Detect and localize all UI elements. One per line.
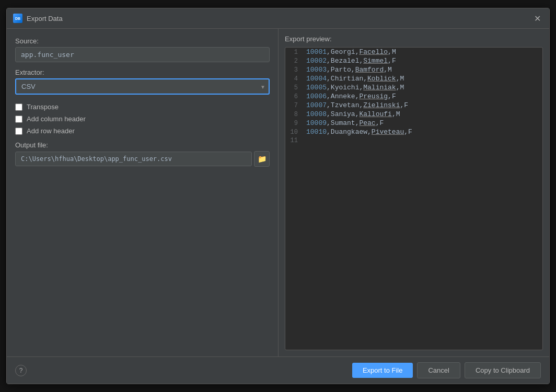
dialog-title: Export Data — [27, 15, 63, 22]
line-number: 8 — [285, 111, 306, 118]
title-left: DB Export Data — [13, 14, 63, 23]
add-column-header-checkbox-item[interactable]: Add column header — [15, 115, 270, 123]
footer-left: ? — [15, 365, 27, 376]
line-number: 4 — [285, 75, 306, 83]
right-panel: Export preview: 110001,Georgi,Facello,M2… — [279, 29, 549, 356]
line-number: 6 — [285, 93, 306, 100]
export-to-file-button[interactable]: Export to File — [352, 363, 413, 378]
cancel-button[interactable]: Cancel — [417, 362, 460, 378]
add-row-header-checkbox-item[interactable]: Add row header — [15, 127, 270, 135]
copy-to-clipboard-button[interactable]: Copy to Clipboard — [465, 362, 541, 378]
output-file-label: Output file: — [15, 141, 270, 149]
line-number: 1 — [285, 49, 306, 56]
preview-line: 510005,Kyoichi,Maliniak,M — [285, 83, 542, 92]
dialog-body: Source: app.func_user Extractor: CSV TSV… — [7, 29, 549, 356]
preview-line: 310003,Parto,Bamford,M — [285, 65, 542, 74]
line-content: 10001,Georgi,Facello,M — [306, 48, 396, 56]
dialog-footer: ? Export to File Cancel Copy to Clipboar… — [7, 356, 549, 384]
line-number: 9 — [285, 120, 306, 127]
preview-line: 910009,Sumant,Peac,F — [285, 119, 542, 128]
line-content: 10002,Bezalel,Simmel,F — [306, 57, 396, 65]
checkbox-group: Transpose Add column header Add row head… — [15, 103, 270, 135]
extractor-label: Extractor: — [15, 68, 270, 76]
transpose-label: Transpose — [27, 103, 59, 111]
app-icon: DB — [13, 14, 22, 23]
line-number: 3 — [285, 66, 306, 74]
line-number: 10 — [285, 129, 306, 136]
extractor-section: Extractor: CSV TSV JSON XML ▼ — [15, 68, 270, 95]
export-dialog: DB Export Data ✕ Source: app.func_user E… — [6, 8, 550, 384]
extractor-wrapper: CSV TSV JSON XML ▼ — [15, 78, 270, 95]
footer-right: Export to File Cancel Copy to Clipboard — [352, 362, 541, 378]
extractor-select[interactable]: CSV TSV JSON XML — [15, 78, 270, 95]
preview-line: 610006,Anneke,Preusig,F — [285, 92, 542, 101]
preview-area[interactable]: 110001,Georgi,Facello,M210002,Bezalel,Si… — [285, 47, 543, 350]
line-content: 10007,Tzvetan,Zielinski,F — [306, 101, 408, 109]
preview-line: 110001,Georgi,Facello,M — [285, 48, 542, 56]
line-number: 2 — [285, 57, 306, 65]
output-file-input[interactable] — [15, 152, 252, 166]
source-label: Source: — [15, 37, 270, 45]
preview-line: 810008,Saniya,Kalloufi,M — [285, 110, 542, 119]
add-column-header-checkbox[interactable] — [15, 116, 22, 123]
preview-line: 11 — [285, 136, 542, 145]
output-file-section: Output file: 📁 — [15, 141, 270, 167]
line-content: 10006,Anneke,Preusig,F — [306, 93, 396, 100]
help-button[interactable]: ? — [15, 365, 27, 376]
dialog-titlebar: DB Export Data ✕ — [7, 8, 549, 29]
line-number: 11 — [285, 137, 306, 144]
preview-line: 710007,Tzvetan,Zielinski,F — [285, 101, 542, 110]
close-button[interactable]: ✕ — [531, 13, 543, 24]
preview-line: 210002,Bezalel,Simmel,F — [285, 56, 542, 65]
transpose-checkbox-item[interactable]: Transpose — [15, 103, 270, 111]
source-section: Source: app.func_user — [15, 37, 270, 62]
line-content: 10003,Parto,Bamford,M — [306, 66, 392, 74]
folder-icon: 📁 — [258, 155, 267, 163]
preview-line: 410004,Chirtian,Koblick,M — [285, 74, 542, 83]
line-content: 10008,Saniya,Kalloufi,M — [306, 110, 400, 118]
source-value: app.func_user — [15, 47, 270, 62]
add-row-header-label: Add row header — [27, 127, 75, 135]
add-column-header-label: Add column header — [27, 115, 86, 123]
preview-line: 1010010,Duangkaew,Piveteau,F — [285, 128, 542, 136]
folder-button[interactable]: 📁 — [254, 151, 270, 167]
preview-label: Export preview: — [285, 35, 543, 43]
output-file-row: 📁 — [15, 151, 270, 167]
line-number: 7 — [285, 102, 306, 109]
line-content: 10009,Sumant,Peac,F — [306, 119, 384, 127]
line-content: 10004,Chirtian,Koblick,M — [306, 75, 404, 83]
line-content: 10010,Duangkaew,Piveteau,F — [306, 128, 412, 136]
left-panel: Source: app.func_user Extractor: CSV TSV… — [7, 29, 279, 356]
add-row-header-checkbox[interactable] — [15, 128, 22, 135]
line-number: 5 — [285, 84, 306, 91]
line-content: 10005,Kyoichi,Maliniak,M — [306, 84, 404, 91]
transpose-checkbox[interactable] — [15, 103, 22, 111]
